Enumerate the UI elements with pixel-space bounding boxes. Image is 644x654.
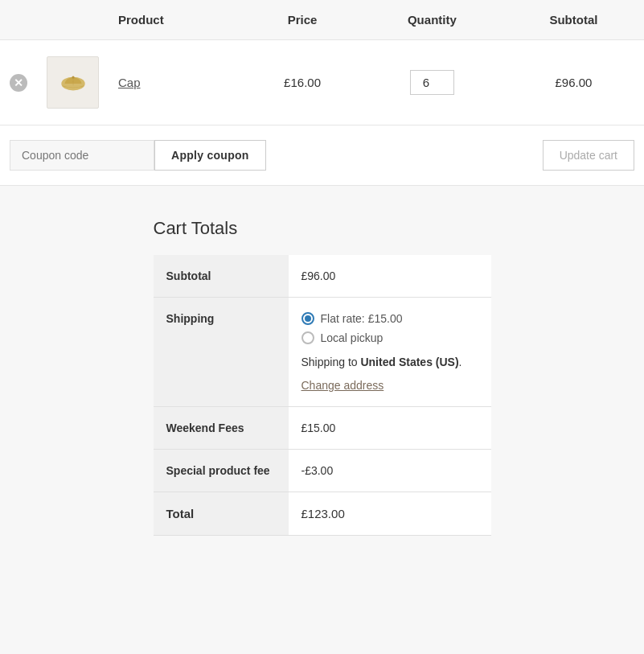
product-col-header: Product — [109, 0, 244, 40]
local-pickup-radio[interactable] — [301, 331, 314, 344]
price-col-header: Price — [244, 0, 361, 40]
shipping-note-text1: Shipping to — [301, 356, 361, 368]
product-link[interactable]: Cap — [118, 76, 141, 89]
total-value: £123.00 — [289, 492, 491, 536]
subtotal-label: Subtotal — [154, 255, 289, 298]
shipping-country: United States (US) — [360, 356, 458, 368]
remove-cell: ✕ — [0, 40, 37, 125]
special-fee-label: Special product fee — [154, 450, 289, 492]
local-pickup-option[interactable]: Local pickup — [301, 331, 478, 344]
shipping-value-cell: Flat rate: £15.00 Local pickup Shipping … — [289, 298, 491, 407]
totals-table: Subtotal £96.00 Shipping Flat rate: £15.… — [154, 255, 491, 536]
remove-item-button[interactable]: ✕ — [10, 74, 27, 92]
price-cell: £16.00 — [244, 40, 361, 125]
coupon-row: Apply coupon Update cart — [0, 125, 644, 186]
product-image-box — [47, 56, 99, 109]
cart-row: ✕ — [0, 40, 644, 125]
cart-totals-title: Cart Totals — [154, 218, 491, 239]
shipping-label: Shipping — [154, 298, 289, 407]
flat-rate-option[interactable]: Flat rate: £15.00 — [301, 312, 478, 325]
subtotal-row: Subtotal £96.00 — [154, 255, 491, 298]
subtotal-value: £96.00 — [289, 255, 491, 298]
coupon-left: Apply coupon — [10, 140, 266, 171]
product-name-cell: Cap — [109, 40, 244, 125]
local-pickup-label: Local pickup — [321, 331, 384, 344]
flat-rate-label: Flat rate: £15.00 — [321, 312, 403, 325]
subtotal-cell: £96.00 — [503, 40, 644, 125]
cart-table: Product Price Quantity Subtotal ✕ — [0, 0, 644, 125]
product-thumbnail-cell — [37, 40, 109, 125]
thumb-col-header — [37, 0, 109, 40]
update-cart-button[interactable]: Update cart — [543, 140, 634, 171]
shipping-note: Shipping to United States (US). — [301, 354, 478, 371]
cap-icon — [56, 66, 90, 100]
shipping-options: Flat rate: £15.00 Local pickup — [301, 312, 478, 344]
weekend-fees-row: Weekend Fees £15.00 — [154, 407, 491, 450]
quantity-cell — [361, 40, 503, 125]
cart-totals: Cart Totals Subtotal £96.00 Shipping Fla… — [154, 218, 491, 536]
shipping-row: Shipping Flat rate: £15.00 Local pickup — [154, 298, 491, 407]
weekend-fees-value: £15.00 — [289, 407, 491, 450]
remove-col-header — [0, 0, 37, 40]
total-row: Total £123.00 — [154, 492, 491, 536]
total-label: Total — [154, 492, 289, 536]
coupon-input[interactable] — [10, 140, 154, 171]
flat-rate-radio[interactable] — [301, 312, 314, 325]
special-fee-value: -£3.00 — [289, 450, 491, 492]
quantity-col-header: Quantity — [361, 0, 503, 40]
page-wrapper: Product Price Quantity Subtotal ✕ — [0, 0, 644, 654]
remove-circle-icon: ✕ — [10, 74, 27, 92]
cart-totals-wrapper: Cart Totals Subtotal £96.00 Shipping Fla… — [0, 186, 644, 552]
change-address-link[interactable]: Change address — [301, 379, 478, 392]
apply-coupon-button[interactable]: Apply coupon — [154, 140, 266, 171]
quantity-input[interactable] — [410, 70, 454, 95]
special-fee-row: Special product fee -£3.00 — [154, 450, 491, 492]
subtotal-col-header: Subtotal — [503, 0, 644, 40]
weekend-fees-label: Weekend Fees — [154, 407, 289, 450]
shipping-note-text2: . — [459, 356, 462, 368]
